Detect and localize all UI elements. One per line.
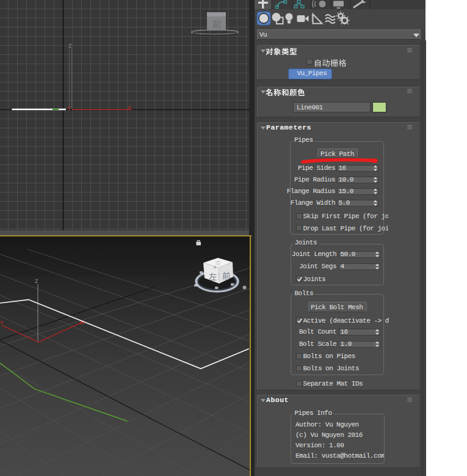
svg-text:x: x — [128, 104, 131, 111]
svg-text:Y: Y — [0, 320, 4, 326]
svg-text:Z: Z — [35, 279, 38, 285]
svg-text:Z: Z — [68, 43, 72, 49]
svg-text:y: y — [68, 105, 71, 111]
